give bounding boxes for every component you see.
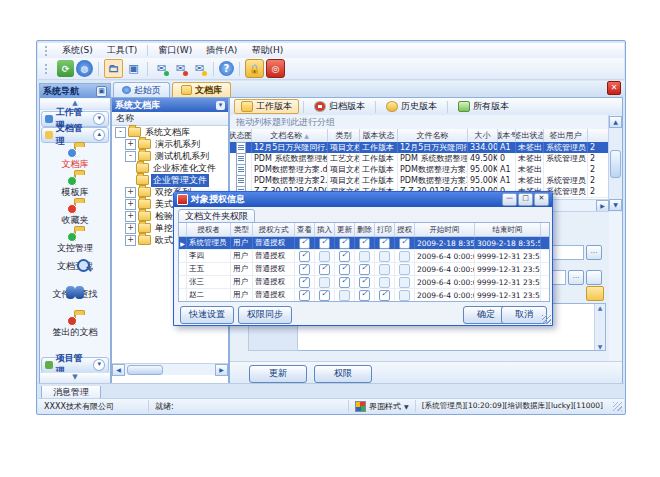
history-version-button[interactable]: 历史版本 <box>380 100 443 113</box>
tree-node[interactable]: 企业标准化文件 <box>136 162 218 174</box>
col-insert[interactable]: 插入 <box>315 223 335 236</box>
chevron-up-icon[interactable]: ▴ <box>93 129 105 141</box>
sidebar-section-project[interactable]: 项目管理 ▾ <box>41 357 109 373</box>
tab-start-page[interactable]: 起始页 <box>113 82 170 97</box>
tree-node-root[interactable]: - 系统文档库 <box>115 126 192 138</box>
col-grant-mode[interactable]: 授权方式 <box>253 223 295 236</box>
expander-icon[interactable]: + <box>125 199 136 210</box>
col-view[interactable]: 查看 <box>295 223 315 236</box>
sidebar-item-doc-control[interactable]: 文控管理 <box>40 230 110 255</box>
chevron-down-icon[interactable]: ▾ <box>93 359 105 371</box>
folder-icon[interactable]: 🗀 <box>104 59 123 78</box>
print-checkbox[interactable] <box>379 238 390 249</box>
close-button[interactable]: ✕ <box>534 193 549 206</box>
grant-checkbox[interactable] <box>399 277 410 288</box>
view-checkbox[interactable] <box>299 238 310 249</box>
minimize-button[interactable]: — <box>502 193 517 206</box>
delete-checkbox[interactable] <box>359 251 370 262</box>
sidebar-item-favorites[interactable]: 收藏夹 <box>40 202 110 227</box>
col-update[interactable]: 更新 <box>335 223 355 236</box>
delete-checkbox[interactable] <box>359 238 370 249</box>
col-end-time[interactable]: 结束时间 <box>475 223 541 236</box>
col-checkout-user[interactable]: 签出用户 <box>544 129 588 142</box>
delete-checkbox[interactable] <box>359 290 370 301</box>
insert-checkbox[interactable] <box>319 251 330 262</box>
tab-doc-library[interactable]: 文档库 <box>172 82 231 97</box>
remark-scrollbar[interactable]: ▲▼ <box>594 304 605 350</box>
expander-icon[interactable]: + <box>125 211 136 222</box>
permission-row[interactable]: 张三用户 普通授权 2009-6-4 0:00:009999-12-31 23:… <box>179 276 549 289</box>
print-checkbox[interactable] <box>379 290 390 301</box>
col-status-icon[interactable]: 状态图 <box>230 129 252 142</box>
insert-checkbox[interactable] <box>319 290 330 301</box>
grid-vertical-scrollbar[interactable]: ▲ ▼ <box>608 115 622 212</box>
expander-icon[interactable]: + <box>125 235 136 246</box>
tree-column-header[interactable]: 名称 <box>112 112 228 126</box>
sidebar-item-doc-library[interactable]: 文档库 <box>40 146 110 171</box>
expander-icon[interactable]: + <box>125 187 136 198</box>
menu-help[interactable]: 帮助(H) <box>244 43 290 58</box>
quick-setup-button[interactable]: 快速设置 <box>180 306 234 324</box>
sidebar-item-doc-search[interactable]: 文档查找 <box>40 258 110 273</box>
col-type[interactable]: 类型 <box>231 223 253 236</box>
scroll-down-icon[interactable]: ▼ <box>609 199 622 211</box>
browse-button[interactable]: … <box>586 245 602 260</box>
chevron-down-icon[interactable]: ▾ <box>93 113 105 125</box>
tree-node[interactable]: + 演示机系列 <box>125 138 202 150</box>
tree-horizontal-scrollbar[interactable]: ◀ ▶ <box>112 363 228 375</box>
col-start-time[interactable]: 开始时间 <box>415 223 475 236</box>
col-print[interactable]: 打印 <box>375 223 395 236</box>
maximize-button[interactable]: □ <box>518 193 533 206</box>
col-category[interactable]: 类别 <box>328 129 360 142</box>
col-size[interactable]: 大小 <box>468 129 498 142</box>
update-button[interactable]: 更新 <box>249 365 307 383</box>
menu-system[interactable]: 系统(S) <box>55 43 100 58</box>
sidebar-item-folder-search[interactable]: 文件夹查找 <box>40 286 110 301</box>
permission-row[interactable]: 赵二用户 普通授权 2009-6-4 0:00:009999-12-31 23:… <box>179 289 549 302</box>
print-checkbox[interactable] <box>379 277 390 288</box>
col-version-state[interactable]: 版本状态 <box>360 129 398 142</box>
col-doc-name[interactable]: 文档名称▲ <box>252 129 328 142</box>
ui-style-dropdown[interactable]: 界面样式 ▼ <box>349 400 416 412</box>
expander-icon[interactable]: - <box>125 151 136 162</box>
drag-handle[interactable] <box>45 46 51 56</box>
view-checkbox[interactable] <box>299 290 310 301</box>
view-checkbox[interactable] <box>299 264 310 275</box>
mail-icon[interactable]: ✉ <box>153 60 170 77</box>
drag-handle[interactable] <box>45 64 51 74</box>
menu-window[interactable]: 窗口(W) <box>151 43 199 58</box>
panel-options-icon[interactable]: ▣ <box>96 86 107 97</box>
sync-icon[interactable]: ⟳ <box>57 60 74 77</box>
grant-checkbox[interactable] <box>399 290 410 301</box>
browse-button[interactable]: … <box>568 270 584 285</box>
dialog-title-bar[interactable]: 对象授权信息 — □ ✕ <box>174 192 552 207</box>
dialog-resize-grip[interactable] <box>542 315 551 324</box>
update-checkbox[interactable] <box>339 251 350 262</box>
sidebar-section-doc[interactable]: 文档管理 ▴ <box>41 127 109 143</box>
col-checkout-state[interactable]: 签出状态 <box>516 129 544 142</box>
delete-checkbox[interactable] <box>359 264 370 275</box>
mail-alert-icon[interactable]: ✉ <box>172 60 189 77</box>
col-file-name[interactable]: 文件名称 <box>398 129 468 142</box>
insert-checkbox[interactable] <box>319 238 330 249</box>
permission-row[interactable]: 李四用户 普通授权 2009-6-4 0:00:009999-12-31 23:… <box>179 250 549 263</box>
permission-sync-button[interactable]: 权限同步 <box>238 306 292 324</box>
col-grant[interactable]: 授权 <box>395 223 415 236</box>
scroll-up-icon[interactable]: ▲ <box>609 116 622 128</box>
update-checkbox[interactable] <box>339 277 350 288</box>
grant-checkbox[interactable] <box>399 264 410 275</box>
cancel-button[interactable]: 取消 <box>501 306 547 324</box>
update-checkbox[interactable] <box>339 290 350 301</box>
group-by-bar[interactable]: 拖动列标题到此进行分组 <box>230 115 615 130</box>
insert-checkbox[interactable] <box>319 264 330 275</box>
work-version-button[interactable]: 工作版本 <box>234 99 299 114</box>
print-checkbox[interactable] <box>379 251 390 262</box>
update-checkbox[interactable] <box>339 238 350 249</box>
expander-icon[interactable]: + <box>125 139 136 150</box>
scrollbar-thumb[interactable] <box>127 365 163 375</box>
col-grantee[interactable]: 授权者 <box>187 223 231 236</box>
archive-version-button[interactable]: 归档版本 <box>308 100 371 113</box>
all-version-button[interactable]: 所有版本 <box>452 100 515 113</box>
update-checkbox[interactable] <box>339 264 350 275</box>
menu-plugins[interactable]: 插件(A) <box>199 43 244 58</box>
